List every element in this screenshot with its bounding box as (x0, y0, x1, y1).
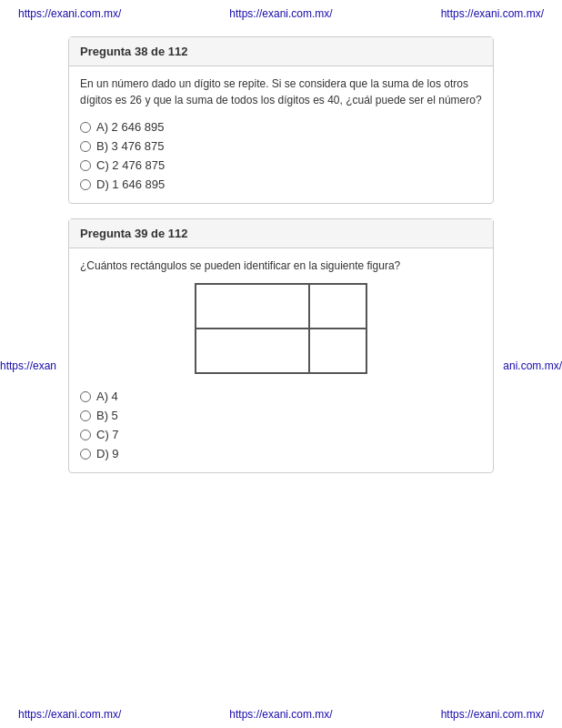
radio-39-d[interactable] (80, 449, 91, 460)
option-label-38-d: D) 1 646 895 (96, 177, 165, 191)
header-link-2[interactable]: https://exani.com.mx/ (229, 7, 332, 20)
option-label-38-b: B) 3 476 875 (96, 139, 164, 153)
radio-39-c[interactable] (80, 430, 91, 440)
option-38-d[interactable]: D) 1 646 895 (80, 175, 482, 194)
radio-38-b[interactable] (80, 141, 91, 152)
option-39-b[interactable]: B) 5 (80, 406, 482, 425)
question-title-39: Pregunta 39 de 112 (80, 227, 188, 240)
option-label-38-c: C) 2 476 875 (96, 158, 165, 172)
footer-link-1[interactable]: https://exani.com.mx/ (18, 708, 121, 721)
question-header-38: Pregunta 38 de 112 (69, 37, 493, 66)
option-label-39-a: A) 4 (96, 389, 118, 403)
watermark-left: https://exan (0, 359, 56, 372)
question-card-38: Pregunta 38 de 112 En un número dado un … (68, 36, 494, 204)
main-content: Pregunta 38 de 112 En un número dado un … (0, 27, 562, 497)
radio-39-b[interactable] (80, 410, 91, 421)
footer-link-2[interactable]: https://exani.com.mx/ (229, 708, 332, 721)
option-label-39-c: C) 7 (96, 428, 119, 441)
radio-38-d[interactable] (80, 179, 91, 190)
rect-cell-tr (309, 284, 366, 329)
header-link-1[interactable]: https://exani.com.mx/ (18, 7, 121, 20)
question-text-38: En un número dado un dígito se repite. S… (80, 76, 482, 108)
options-list-38: A) 2 646 895 B) 3 476 875 C) 2 476 875 D… (80, 117, 482, 194)
option-38-b[interactable]: B) 3 476 875 (80, 136, 482, 156)
option-39-c[interactable]: C) 7 (80, 425, 482, 444)
option-39-a[interactable]: A) 4 (80, 387, 482, 406)
rect-cell-br (309, 329, 366, 373)
option-38-a[interactable]: A) 2 646 895 (80, 117, 482, 136)
radio-39-a[interactable] (80, 391, 91, 402)
options-list-39: A) 4 B) 5 C) 7 D) 9 (80, 387, 482, 463)
option-label-38-a: A) 2 646 895 (96, 120, 164, 134)
option-38-c[interactable]: C) 2 476 875 (80, 156, 482, 175)
question-text-39: ¿Cuántos rectángulos se pueden identific… (80, 258, 482, 274)
rect-figure (195, 283, 367, 374)
option-label-39-d: D) 9 (96, 447, 119, 460)
footer-link-3[interactable]: https://exani.com.mx/ (441, 708, 544, 721)
rect-cell-tl (196, 284, 309, 329)
rect-cell-bl (196, 329, 309, 373)
option-label-39-b: B) 5 (96, 409, 118, 422)
figure-container (80, 283, 482, 374)
question-title-38: Pregunta 38 de 112 (80, 45, 188, 58)
question-card-39: Pregunta 39 de 112 ¿Cuántos rectángulos … (68, 218, 494, 473)
header-bar: https://exani.com.mx/ https://exani.com.… (0, 0, 562, 27)
question-body-38: En un número dado un dígito se repite. S… (69, 66, 493, 203)
header-link-3[interactable]: https://exani.com.mx/ (441, 7, 544, 20)
footer-bar: https://exani.com.mx/ https://exani.com.… (0, 701, 562, 728)
option-39-d[interactable]: D) 9 (80, 444, 482, 463)
radio-38-c[interactable] (80, 160, 91, 171)
question-body-39: ¿Cuántos rectángulos se pueden identific… (69, 248, 493, 472)
radio-38-a[interactable] (80, 122, 91, 133)
watermark-right: ani.com.mx/ (503, 359, 562, 372)
question-header-39: Pregunta 39 de 112 (69, 219, 493, 248)
